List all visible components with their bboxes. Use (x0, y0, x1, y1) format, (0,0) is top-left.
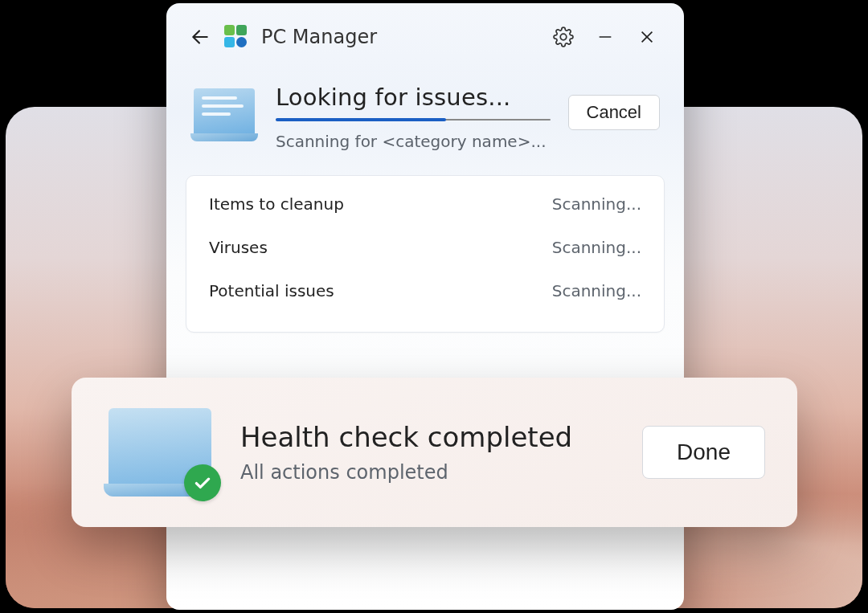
done-title: Health check completed (240, 421, 618, 453)
list-item-label: Items to cleanup (209, 194, 344, 214)
app-title: PC Manager (261, 26, 377, 48)
list-item: Viruses Scanning... (186, 226, 664, 269)
close-icon (638, 28, 656, 46)
done-subtitle: All actions completed (240, 461, 618, 484)
titlebar: PC Manager (166, 3, 684, 66)
list-item-label: Potential issues (209, 281, 334, 300)
minimize-button[interactable] (591, 22, 620, 51)
arrow-left-icon (190, 27, 211, 47)
scan-progress (276, 119, 551, 121)
list-item-status: Scanning... (552, 238, 641, 257)
close-button[interactable] (633, 22, 661, 51)
list-item-status: Scanning... (552, 194, 641, 214)
list-item: Items to cleanup Scanning... (186, 182, 664, 226)
app-logo-icon (224, 25, 248, 49)
back-button[interactable] (189, 26, 211, 48)
gear-icon (553, 27, 574, 47)
settings-button[interactable] (549, 22, 578, 51)
scan-subtitle: Scanning for <category name>... (276, 132, 551, 151)
laptop-scan-icon (190, 88, 258, 141)
laptop-done-icon (104, 408, 216, 497)
done-button[interactable]: Done (642, 426, 765, 479)
cancel-button[interactable]: Cancel (568, 95, 660, 130)
list-item-status: Scanning... (552, 281, 641, 300)
scan-progress-fill (276, 118, 446, 121)
list-item-label: Viruses (209, 238, 268, 257)
scan-section: Looking for issues... Scanning for <cate… (166, 66, 684, 151)
scan-list-card: Items to cleanup Scanning... Viruses Sca… (186, 175, 665, 333)
health-check-card: Health check completed All actions compl… (72, 378, 797, 527)
list-item: Potential issues Scanning... (186, 269, 664, 313)
checkmark-icon (184, 464, 221, 501)
scan-title: Looking for issues... (276, 84, 551, 111)
minimize-icon (596, 28, 614, 46)
